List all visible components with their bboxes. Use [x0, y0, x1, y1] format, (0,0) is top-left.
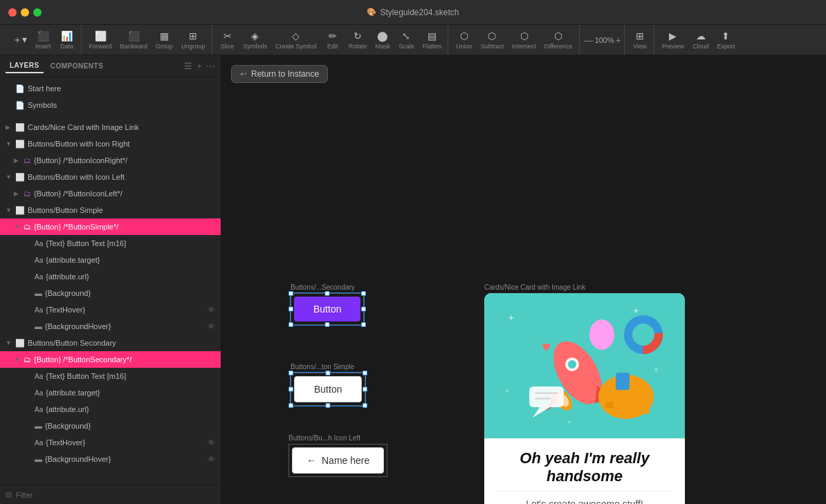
tab-layers[interactable]: LAYERS	[6, 59, 44, 73]
layer-item-btn-secondary[interactable]: ▼ 🗂 {Button} /*ButtonSecondary*/	[0, 351, 221, 368]
filter-bar[interactable]: ⊟ Filter	[0, 485, 221, 504]
insert-group: ＋▾ ⬛ Insert 📊 Data	[6, 25, 82, 55]
backward-button[interactable]: ⬛ Backward	[117, 29, 152, 51]
ungroup-button[interactable]: ⊞ Ungroup	[178, 29, 209, 51]
slice-button[interactable]: ✂ Slice	[217, 29, 239, 51]
layer-item-attr-target[interactable]: Aa {attribute.target}	[0, 252, 221, 268]
edit-button[interactable]: ✏ Edit	[322, 29, 344, 51]
add-button[interactable]: ＋▾	[8, 32, 30, 48]
layer-item-bghover[interactable]: ▬ {BackgroundHover} 👁	[0, 318, 221, 335]
layer-item-attr-url[interactable]: Aa {attribute.url}	[0, 268, 221, 285]
insert-icon: ⬛	[37, 30, 49, 41]
eye-icon-texthover2[interactable]: 👁	[208, 438, 215, 447]
layer-item-btn-simple-group[interactable]: ▼ ⬜ Buttons/Button Simple	[0, 202, 221, 218]
layer-item-texthover2[interactable]: Aa {TextHover} 👁	[0, 434, 221, 451]
forward-button[interactable]: ⬜ Forward	[86, 29, 116, 51]
minimize-button[interactable]	[21, 8, 29, 17]
handle-br	[361, 322, 366, 327]
sidebar-tabs: LAYERS COMPONENTS ☰ + ⋯	[0, 55, 221, 77]
maximize-button[interactable]	[33, 8, 42, 17]
layer-item-background[interactable]: ▬ {Background}	[0, 285, 221, 301]
layer-item-start-here[interactable]: 📄 Start here	[0, 80, 221, 97]
tab-components[interactable]: COMPONENTS	[46, 59, 108, 73]
layer-item-btn-secondary-group[interactable]: ▼ ⬜ Buttons/Button Secondary	[0, 335, 221, 351]
eye-icon-texthover[interactable]: 👁	[208, 306, 215, 314]
layer-item-attr-url2[interactable]: Aa {attribute.url}	[0, 401, 221, 418]
layer-item-text-btn[interactable]: Aa {Text} Button Text [m16]	[0, 235, 221, 252]
rect-icon-bghover2: ▬	[35, 455, 42, 463]
create-symbol-icon: ◇	[292, 30, 300, 41]
component-icon-btn-icon-right: 🗂	[24, 156, 31, 165]
add-icon: ＋▾	[12, 34, 27, 46]
canvas[interactable]: ↩ Return to Instance Buttons/...Secondar…	[221, 55, 826, 504]
subtract-button[interactable]: ⬡ Subtract	[477, 29, 508, 51]
purple-button-preview[interactable]: Button	[294, 297, 360, 321]
rotate-icon: ↻	[354, 30, 362, 41]
rect-icon-bg2: ▬	[35, 422, 42, 430]
return-icon: ↩	[240, 69, 247, 79]
group-icon-btn-secondary: ⬜	[15, 339, 25, 348]
eye-icon-bghover2[interactable]: 👁	[208, 455, 215, 463]
create-symbol-button[interactable]: ◇ Create Symbol	[272, 29, 320, 51]
union-button[interactable]: ⬡ Union	[452, 29, 476, 51]
secondary-btn-frame: Buttons/...Secondary Button	[291, 283, 364, 325]
icon-left-button-preview[interactable]: ← Name here	[292, 447, 384, 474]
sh-bl	[288, 403, 293, 408]
intersect-button[interactable]: ⬡ Intersect	[508, 29, 540, 51]
component-icon-btn-icon-left: 🗂	[24, 189, 31, 198]
layer-item-bghover2[interactable]: ▬ {BackgroundHover} 👁	[0, 451, 221, 467]
return-to-instance-button[interactable]: ↩ Return to Instance	[231, 65, 328, 83]
mask-button[interactable]: ⬤ Mask	[371, 29, 394, 51]
text-icon-target: Aa	[35, 256, 43, 264]
view-button[interactable]: ⊞ View	[629, 29, 651, 51]
export-button[interactable]: ⬆ Export	[713, 29, 738, 51]
data-button[interactable]: 📊 Data	[56, 29, 78, 51]
layer-item-btn-simple[interactable]: ▼ 🗂 {Button} /*ButtonSimple*/	[0, 218, 221, 235]
arrow-btn-icon-right: ▼	[6, 140, 14, 147]
text-icon-url: Aa	[35, 273, 43, 281]
insert-button[interactable]: ⬛ Insert	[32, 29, 55, 51]
layer-item-btn-icon-right-group[interactable]: ▼ ⬜ Buttons/Button with Icon Right	[0, 136, 221, 152]
svg-rect-23	[529, 386, 564, 407]
rotate-button[interactable]: ↻ Rotate	[345, 29, 371, 51]
layer-item-btn-icon-right[interactable]: ▶ 🗂 {Button} /*ButtonIconRight*/	[0, 152, 221, 169]
text-icon-hover: Aa	[35, 306, 43, 314]
difference-button[interactable]: ⬡ Difference	[541, 29, 576, 51]
group-button[interactable]: ▦ Group	[152, 29, 176, 51]
svg-text:+: +	[633, 305, 639, 316]
close-button[interactable]	[8, 8, 17, 17]
card-preview: + + + + + +	[484, 293, 685, 504]
view-group: ⊞ View	[626, 25, 654, 55]
layer-item-attr-target2[interactable]: Aa {attribute.target}	[0, 384, 221, 401]
text-icon-btn: Aa	[35, 240, 43, 248]
list-icon[interactable]: ☰	[184, 61, 192, 71]
symbols-icon: ◈	[251, 30, 259, 41]
svg-point-27	[589, 319, 614, 350]
symbols-button[interactable]: ◈ Symbols	[240, 29, 271, 51]
layer-item-background2[interactable]: ▬ {Background}	[0, 418, 221, 434]
data-icon: 📊	[61, 30, 73, 41]
slice-icon: ✂	[223, 30, 232, 41]
cloud-button[interactable]: ☁ Cloud	[689, 29, 713, 51]
zoom-in-button[interactable]: +	[616, 35, 621, 46]
eye-icon-bghover[interactable]: 👁	[208, 322, 215, 330]
layer-item-cards-group[interactable]: ▶ ⬜ Cards/Nice Card with Image Link	[0, 119, 221, 136]
layer-item-texthover[interactable]: Aa {TextHover} 👁	[0, 301, 221, 318]
svg-text:+: +	[505, 387, 509, 395]
add-layer-icon[interactable]: +	[196, 61, 202, 71]
more-icon[interactable]: ⋯	[206, 61, 215, 71]
outline-button-preview[interactable]: Button	[294, 376, 362, 402]
layer-item-btn-icon-left[interactable]: ▶ 🗂 {Button} /*ButtonIconLeft*/	[0, 185, 221, 202]
card-divider	[495, 491, 674, 492]
layer-item-btn-icon-left-group[interactable]: ▼ ⬜ Buttons/Button with Icon Left	[0, 169, 221, 185]
zoom-out-button[interactable]: —	[584, 35, 594, 46]
preview-button[interactable]: ▶ Preview	[659, 29, 688, 51]
layer-item-symbols[interactable]: 📄 Symbols	[0, 97, 221, 113]
rect-icon-bg: ▬	[35, 289, 42, 297]
titlebar: 🎨 Styleguide204.sketch	[0, 0, 826, 25]
svg-rect-17	[633, 393, 641, 416]
arrow-btn-secondary-item: ▼	[14, 356, 22, 363]
flatten-button[interactable]: ▤ Flatten	[419, 29, 446, 51]
scale-button[interactable]: ⤡ Scale	[395, 29, 418, 51]
layer-item-text-btn2[interactable]: Aa {Text} Button Text [m16]	[0, 368, 221, 384]
